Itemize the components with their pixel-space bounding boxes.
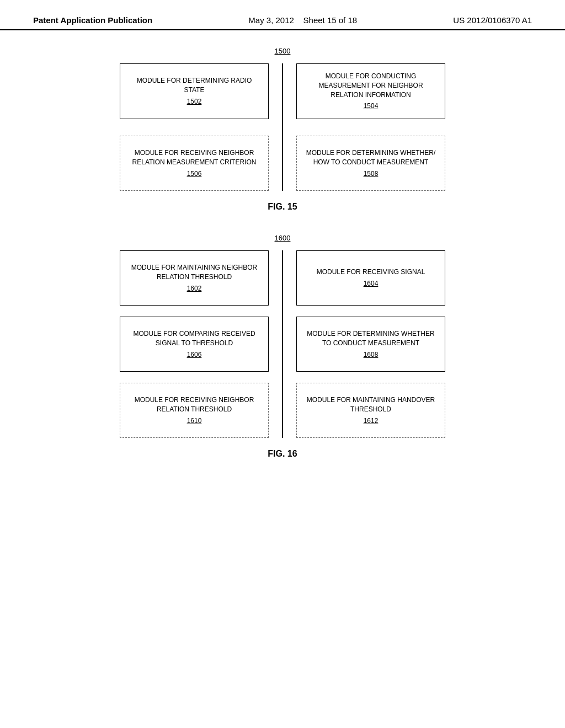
fig16-module-bot-right: MODULE FOR MAINTAINING HANDOVER THRESHOL… [296,383,445,438]
publication-label: Patent Application Publication [33,15,152,25]
date-label: May 3, 2012 Sheet 15 of 18 [248,15,357,25]
fig16-spacer2 [120,372,445,383]
fig15-module-top-right: MODULE FOR CONDUCTING MEASUREMENT FOR NE… [296,63,445,119]
figure-15: 1500 MODULE FOR DETERMINING RADIO STATE … [44,47,521,212]
fig15-spacer-right [296,119,445,136]
fig16-bot-row: MODULE FOR RECEIVING NEIGHBOR RELATION T… [120,383,445,438]
fig16-connector-bot [269,383,296,438]
fig16-module-top-right: MODULE FOR RECEIVING SIGNAL 1604 [296,250,445,306]
fig16-caption: FIG. 16 [44,449,521,459]
fig16-connector-mid [269,317,296,372]
figure-16: 1600 MODULE FOR MAINTAINING NEIGHBOR REL… [44,234,521,459]
fig16-diagram: MODULE FOR MAINTAINING NEIGHBOR RELATION… [120,250,445,438]
fig16-vert-line-top [282,250,283,306]
fig16-top-row: MODULE FOR MAINTAINING NEIGHBOR RELATION… [120,250,445,306]
fig15-module-bot-right: MODULE FOR DETERMINING WHETHER/ HOW TO C… [296,136,445,191]
fig16-mid-row: MODULE FOR COMPARING RECEIVED SIGNAL TO … [120,317,445,372]
fig15-vert-line [282,63,283,191]
fig16-vert-line-mid [282,317,283,372]
fig16-number-label: 1600 [44,234,521,242]
patent-number: US 2012/0106370 A1 [453,15,532,25]
fig16-module-mid-left: MODULE FOR COMPARING RECEIVED SIGNAL TO … [120,317,269,372]
fig15-spacer-left [120,119,269,136]
fig16-vert-line-bot [282,383,283,438]
fig15-connector [269,63,296,191]
fig15-caption: FIG. 15 [44,202,521,212]
fig15-number-label: 1500 [44,47,521,55]
fig15-module-top-left: MODULE FOR DETERMINING RADIO STATE 1502 [120,63,269,119]
fig16-module-mid-right: MODULE FOR DETERMINING WHETHER TO CONDUC… [296,317,445,372]
fig16-spacer1 [120,306,445,317]
fig16-module-bot-left: MODULE FOR RECEIVING NEIGHBOR RELATION T… [120,383,269,438]
fig16-connector-top [269,250,296,306]
fig16-module-top-left: MODULE FOR MAINTAINING NEIGHBOR RELATION… [120,250,269,306]
page-header: Patent Application Publication May 3, 20… [0,0,565,30]
fig16-vert-line-s1 [282,306,283,317]
fig15-grid: MODULE FOR DETERMINING RADIO STATE 1502 … [120,63,445,191]
fig15-module-bot-left: MODULE FOR RECEIVING NEIGHBOR RELATION M… [120,136,269,191]
page-content: 1500 MODULE FOR DETERMINING RADIO STATE … [0,30,565,497]
fig16-vert-line-s2 [282,372,283,383]
